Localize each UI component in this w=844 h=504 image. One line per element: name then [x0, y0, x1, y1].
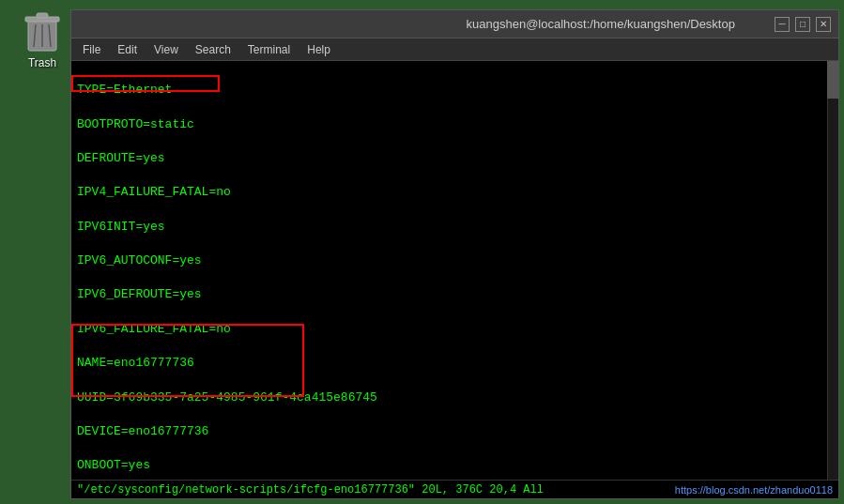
- trash-icon-svg: [23, 9, 61, 54]
- window-controls: ─ □ ✕: [775, 17, 831, 32]
- close-button[interactable]: ✕: [816, 17, 831, 32]
- menu-bar: File Edit View Search Terminal Help: [71, 38, 838, 61]
- menu-terminal[interactable]: Terminal: [240, 41, 298, 58]
- menu-view[interactable]: View: [146, 41, 186, 58]
- desktop: Trash kuangshen@localhost:/home/kuangshe…: [0, 0, 844, 504]
- status-text: "/etc/sysconfig/network-scripts/ifcfg-en…: [77, 483, 544, 496]
- line-7: IPV6_FAILURE_FATAL=no: [77, 321, 833, 338]
- line-6: IPV6_DEFROUTE=yes: [77, 286, 833, 303]
- menu-help[interactable]: Help: [299, 41, 338, 58]
- line-5: IPV6_AUTOCONF=yes: [77, 252, 833, 269]
- scrollbar[interactable]: [827, 61, 838, 480]
- menu-file[interactable]: File: [75, 41, 108, 58]
- trash-label: Trash: [28, 56, 56, 69]
- trash-icon[interactable]: Trash: [14, 9, 70, 69]
- line-0: TYPE=Ethernet: [77, 82, 833, 99]
- svg-rect-2: [37, 13, 48, 18]
- line-10: DEVICE=eno16777736: [77, 423, 833, 440]
- line-4: IPV6INIT=yes: [77, 219, 833, 236]
- line-2: DEFROUTE=yes: [77, 150, 833, 167]
- window-title: kuangshen@localhost:/home/kuangshen/Desk…: [427, 17, 775, 31]
- menu-search[interactable]: Search: [188, 41, 238, 58]
- status-link[interactable]: https://blog.csdn.net/zhanduo0118: [675, 484, 833, 496]
- terminal-text-block: TYPE=Ethernet BOOTPROTO=static DEFROUTE=…: [77, 65, 833, 480]
- line-3: IPV4_FAILURE_FATAL=no: [77, 184, 833, 201]
- terminal-content[interactable]: TYPE=Ethernet BOOTPROTO=static DEFROUTE=…: [71, 61, 838, 480]
- line-8: NAME=eno16777736: [77, 355, 833, 372]
- maximize-button[interactable]: □: [795, 17, 810, 32]
- terminal-window: kuangshen@localhost:/home/kuangshen/Desk…: [70, 9, 839, 499]
- line-11: ONBOOT=yes: [77, 457, 833, 474]
- minimize-button[interactable]: ─: [775, 17, 790, 32]
- line-1: BOOTPROTO=static: [77, 116, 833, 133]
- scrollbar-thumb[interactable]: [827, 61, 838, 99]
- line-9: UUID=3f69b335-7a25-4985-961f-4ca415e8674…: [77, 389, 833, 406]
- menu-edit[interactable]: Edit: [110, 41, 145, 58]
- status-bar: "/etc/sysconfig/network-scripts/ifcfg-en…: [71, 480, 838, 498]
- title-bar: kuangshen@localhost:/home/kuangshen/Desk…: [71, 10, 838, 38]
